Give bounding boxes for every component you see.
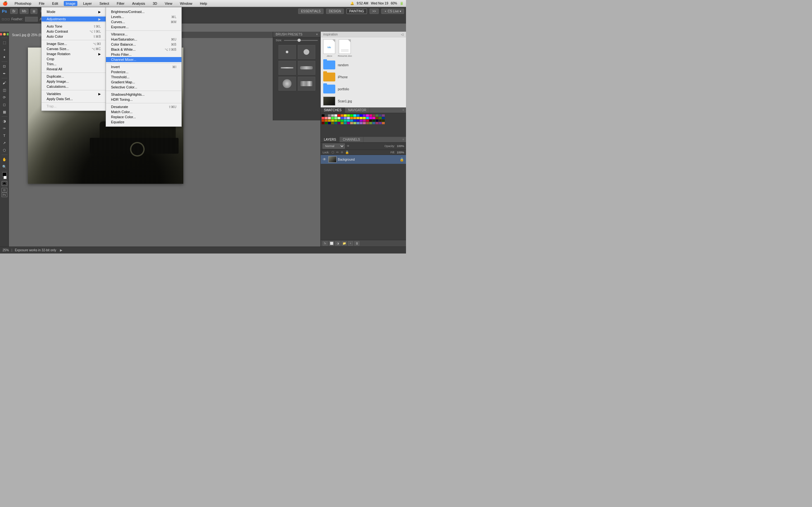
swatch[interactable] — [341, 122, 344, 124]
brush-item-special[interactable] — [298, 77, 315, 91]
swatch[interactable] — [366, 122, 369, 124]
adj-desaturate[interactable]: Desaturate ⇧⌘U — [106, 104, 182, 109]
lock-transparent-icon[interactable]: ⬡ — [332, 151, 334, 154]
file-resume[interactable]: Resume.doc — [338, 39, 352, 57]
swatch[interactable] — [357, 119, 359, 122]
tool-pen[interactable]: ✑ — [1, 125, 8, 132]
menu-duplicate[interactable]: Duplicate... — [42, 74, 106, 79]
status-arrow[interactable]: ▶ — [60, 248, 62, 252]
swatch[interactable] — [341, 119, 344, 122]
minimize-button[interactable] — [3, 33, 6, 36]
more-workspaces-button[interactable]: >> — [369, 9, 379, 14]
painting-button[interactable]: PAINTING — [346, 9, 367, 14]
brush-size-slider[interactable] — [284, 40, 318, 41]
apple-menu[interactable]: 🍎 — [3, 1, 8, 6]
swatch[interactable] — [338, 122, 340, 124]
layers-adj-button[interactable]: ◑ — [335, 241, 340, 245]
tool-hand[interactable]: ✋ — [1, 156, 8, 163]
menu-apply-data-set[interactable]: Apply Data Set... — [42, 96, 106, 101]
swatch[interactable] — [325, 119, 328, 122]
tool-type[interactable]: T — [1, 132, 8, 139]
folder-iphone[interactable]: iPhone — [323, 72, 403, 81]
cs-live-button[interactable]: ⚬ CS Live ▾ — [381, 9, 404, 14]
adj-brightness-contrast[interactable]: Brightness/Contrast... — [106, 9, 182, 14]
tool-dodge[interactable]: ◑ — [1, 118, 8, 124]
swatch[interactable] — [338, 114, 340, 117]
menu-crop[interactable]: Crop — [42, 56, 106, 61]
swatch[interactable] — [369, 119, 372, 122]
swatch[interactable] — [375, 119, 378, 122]
menu-edit[interactable]: Edit — [50, 1, 60, 6]
swatch[interactable] — [375, 122, 378, 124]
tool-shape[interactable]: ⬡ — [1, 147, 8, 154]
brush-presets-close[interactable]: × — [316, 33, 318, 36]
tool-eyedrop[interactable]: ✒ — [1, 70, 8, 77]
adj-posterize[interactable]: Posterize... — [106, 69, 182, 74]
layer-visibility-eye[interactable]: 👁 — [322, 157, 327, 162]
maximize-button[interactable] — [7, 33, 9, 36]
adj-exposure[interactable]: Exposure... — [106, 24, 182, 30]
menu-file[interactable]: File — [37, 1, 47, 6]
swatch[interactable] — [322, 119, 324, 122]
swatch[interactable] — [382, 119, 385, 122]
swatch[interactable] — [350, 119, 353, 122]
tool-eraser[interactable]: ◻ — [1, 101, 8, 108]
layer-row-background[interactable]: 👁 Background 🔒 — [321, 155, 406, 164]
swatch[interactable] — [322, 117, 324, 119]
tool-crop[interactable]: ⊡ — [1, 63, 8, 70]
menu-view[interactable]: View — [163, 1, 174, 6]
brush-item-soft[interactable] — [278, 77, 296, 91]
menu-select[interactable]: Select — [97, 1, 111, 6]
swatch[interactable] — [363, 117, 366, 119]
adj-match-color[interactable]: Match Color... — [106, 109, 182, 114]
blend-mode-select[interactable]: Normal — [322, 144, 345, 149]
layers-delete-button[interactable]: 🗑 — [354, 241, 359, 245]
tool-history[interactable]: ⟳ — [1, 94, 8, 101]
adj-photo-filter[interactable]: Photo Filter... — [106, 52, 182, 57]
swatch[interactable] — [331, 114, 334, 117]
swatch[interactable] — [344, 122, 347, 124]
swatch[interactable] — [357, 114, 359, 117]
lock-image-icon[interactable]: ✏ — [336, 151, 339, 154]
menu-3d[interactable]: 3D — [151, 1, 159, 6]
essentials-button[interactable]: ESSENTIALS — [298, 9, 323, 14]
menu-window[interactable]: Window — [178, 1, 194, 6]
swatch[interactable] — [363, 119, 366, 122]
swatch[interactable] — [360, 122, 362, 124]
swatch[interactable] — [341, 117, 344, 119]
swatch[interactable] — [366, 114, 369, 117]
swatch[interactable] — [369, 117, 372, 119]
menu-mode[interactable]: Mode ▶ — [42, 9, 106, 14]
menu-image[interactable]: Image — [64, 1, 78, 6]
bridge-button[interactable]: Br — [10, 9, 18, 14]
adj-black-white[interactable]: Black & White... ⌥⇧⌘B — [106, 47, 182, 52]
brush-item-thick-stroke[interactable] — [298, 61, 315, 75]
swatches-menu[interactable]: ≡ — [401, 107, 406, 113]
file-docx[interactable]: Mb .docx — [323, 39, 335, 57]
swatch[interactable] — [344, 119, 347, 122]
swatch[interactable] — [334, 119, 337, 122]
adj-replace-color[interactable]: Replace Color... — [106, 114, 182, 119]
adj-equalize[interactable]: Equalize — [106, 119, 182, 124]
layers-menu[interactable]: ≡ — [401, 137, 406, 142]
menu-auto-tone[interactable]: Auto Tone ⇧⌘L — [42, 24, 106, 29]
swatch[interactable] — [338, 119, 340, 122]
swatch[interactable] — [369, 114, 372, 117]
menu-apply-image[interactable]: Apply Image... — [42, 79, 106, 84]
swatch[interactable] — [341, 114, 344, 117]
swatch[interactable] — [363, 114, 366, 117]
swatch[interactable] — [347, 122, 350, 124]
menu-auto-color[interactable]: Auto Color ⇧⌘B — [42, 34, 106, 39]
swatch[interactable] — [357, 122, 359, 124]
swatch[interactable] — [372, 117, 375, 119]
menu-image-rotation[interactable]: Image Rotation ▶ — [42, 51, 106, 56]
swatch[interactable] — [372, 122, 375, 124]
swatch[interactable] — [360, 114, 362, 117]
inspiration-close[interactable]: ◁ — [401, 33, 403, 36]
adj-levels[interactable]: Levels... ⌘L — [106, 14, 182, 19]
folder-random[interactable]: random — [323, 60, 403, 69]
swatch[interactable] — [334, 122, 337, 124]
swatch[interactable] — [322, 114, 324, 117]
brush-item-small[interactable] — [278, 45, 296, 59]
swatch[interactable] — [322, 122, 324, 124]
